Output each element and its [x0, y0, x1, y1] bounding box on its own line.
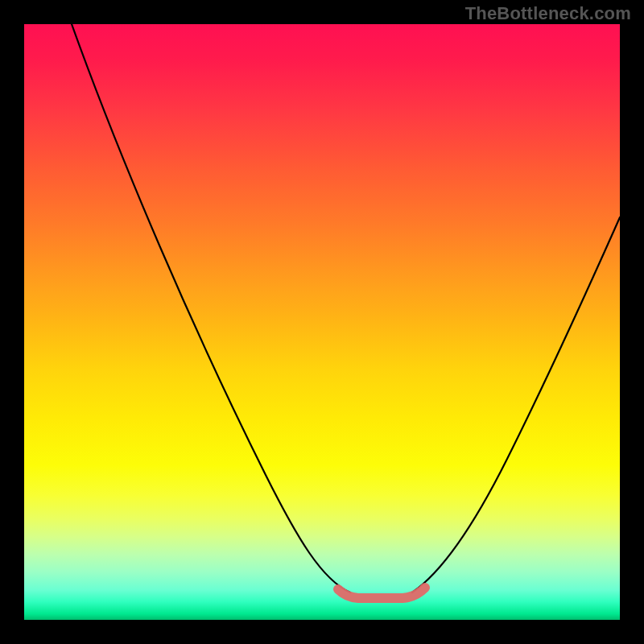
curve-right-path	[412, 217, 620, 592]
plot-area	[24, 24, 620, 620]
watermark-text: TheBottleneck.com	[465, 3, 631, 24]
bottom-highlight-path	[338, 588, 425, 598]
chart-frame: TheBottleneck.com	[0, 0, 644, 644]
curve-left-path	[72, 24, 350, 592]
curve-svg	[24, 24, 620, 620]
